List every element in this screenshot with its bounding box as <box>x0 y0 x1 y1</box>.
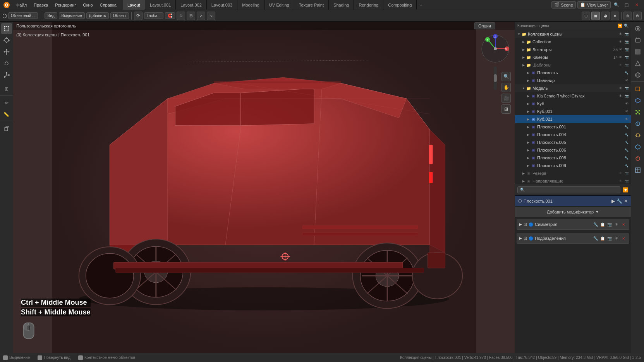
tab-add-button[interactable]: + <box>417 0 425 10</box>
outliner-row-plane001[interactable]: ▶ ▣ Плоскость.001 🔧 <box>515 123 631 131</box>
props-icon-viewlayer[interactable] <box>632 46 643 57</box>
props-icon-object[interactable] <box>632 84 643 94</box>
viewport[interactable]: Пользовательская ортогональ (0) Коллекци… <box>13 22 515 353</box>
expand-cube001[interactable]: ▶ <box>526 109 531 114</box>
eye-templates[interactable]: 👁 <box>618 62 623 68</box>
automerge-btn[interactable]: ↗ <box>197 12 205 20</box>
outliner-row-collection[interactable]: ▼ 📁 Коллекция сцены 👁 📷 <box>515 30 631 38</box>
cam-locators[interactable]: 📷 <box>624 47 629 52</box>
viewport-shading-material[interactable]: ◕ <box>601 12 610 20</box>
add-modifier-btn[interactable]: Добавить модификатор ▼ <box>515 207 631 217</box>
outliner-row-cylinder[interactable]: ▶ ▣ Цилиндр 👁 <box>515 77 631 84</box>
outliner-row-guides[interactable]: ▶ ▣ Направляющие 👁 📷 <box>515 177 631 184</box>
expand-plane006[interactable]: ▶ <box>526 148 531 152</box>
outliner-row-plane009[interactable]: ▶ ▣ Плоскость.009 🔧 <box>515 162 631 169</box>
nav-gizmo[interactable]: X Y Z <box>480 33 511 64</box>
outliner-row-plane[interactable]: ▶ ▣ Плоскость 🔧 <box>515 69 631 77</box>
eye-reserve[interactable]: 👁 <box>618 171 623 176</box>
props-icon-world[interactable] <box>632 70 643 80</box>
snap-element-btn[interactable]: ⊞ <box>187 12 195 20</box>
expand-plane004[interactable]: ▶ <box>526 132 531 137</box>
gizmo-btn[interactable]: ⊗ <box>633 12 642 20</box>
tool-add-cube[interactable] <box>1 123 12 134</box>
expand-cube[interactable]: ▶ <box>526 101 531 106</box>
props-search-input[interactable] <box>526 188 618 192</box>
mod-plane004[interactable]: 🔧 <box>624 132 629 137</box>
cam-cameras[interactable]: 📷 <box>624 55 629 60</box>
outliner-row-0[interactable]: ▶ 📁 Collection 👁 📷 <box>515 38 631 46</box>
mod-plane009[interactable]: 🔧 <box>624 163 629 168</box>
toggle-grid-btn[interactable]: ⊞ <box>501 104 511 114</box>
eye-kia[interactable]: 👁 <box>618 93 623 99</box>
props-close-icon[interactable]: ✕ <box>624 198 628 204</box>
mod2-btn-1[interactable]: 🔧 <box>592 235 599 241</box>
mod-enabled-subdiv[interactable]: ☑ <box>524 236 527 241</box>
transform-icon-1[interactable]: ⟳ <box>134 12 143 20</box>
tab-layout001[interactable]: Layout.001 <box>145 0 176 10</box>
expand-plane009[interactable]: ▶ <box>526 163 531 168</box>
props-icon-constraints[interactable] <box>632 130 643 141</box>
cam-kia[interactable]: 📷 <box>624 93 629 99</box>
mod2-btn-close[interactable]: ✕ <box>620 235 627 241</box>
props-icon-modifier[interactable] <box>632 95 643 106</box>
outliner-row-locators[interactable]: ▶ 📁 Локаторы 35 👁 📷 <box>515 46 631 53</box>
mod-btn-2[interactable]: 📋 <box>599 221 606 227</box>
mod-plane[interactable]: 🔧 <box>624 70 629 75</box>
mod2-btn-2[interactable]: 📋 <box>599 235 606 241</box>
camera-btn-collection[interactable]: 📷 <box>624 31 629 37</box>
curve-btn[interactable]: ∿ <box>207 12 215 20</box>
expand-0[interactable]: ▶ <box>521 39 526 44</box>
proportional-edit-btn[interactable]: ⊙ <box>177 12 185 20</box>
outliner-row-cube[interactable]: ▶ ▣ Куб 👁 <box>515 100 631 108</box>
tab-layout002[interactable]: Layout.002 <box>176 0 206 10</box>
expand-plane[interactable]: ▶ <box>526 70 531 75</box>
eye-cameras[interactable]: 👁 <box>618 55 623 60</box>
outliner-row-cameras[interactable]: ▶ 📁 Камеры 14 👁 📷 <box>515 53 631 61</box>
snap-btn[interactable]: 🧲 <box>165 12 175 19</box>
expand-cameras[interactable]: ▶ <box>521 55 526 60</box>
tool-cursor[interactable] <box>1 35 12 46</box>
eye-model[interactable]: 👁 <box>618 85 623 91</box>
outliner-row-model[interactable]: ▼ 📁 Модель 👁 📷 <box>515 84 631 92</box>
expand-reserve[interactable]: ▶ <box>521 171 526 176</box>
tab-layout003[interactable]: Layout.003 <box>207 0 237 10</box>
blender-logo[interactable] <box>2 1 11 9</box>
viewport-shading-render[interactable]: ● <box>611 12 619 20</box>
props-modifier-icon2[interactable]: 🔧 <box>617 198 622 204</box>
selection-menu[interactable]: Выделение <box>59 12 85 19</box>
outliner-row-cube001[interactable]: ▶ ▣ Куб.001 👁 <box>515 108 631 115</box>
mod-plane001[interactable]: 🔧 <box>624 124 629 130</box>
expand-collection[interactable]: ▼ <box>517 32 521 36</box>
expand-kia[interactable]: ▶ <box>526 94 531 98</box>
tab-layout[interactable]: Layout <box>123 0 145 10</box>
menu-file[interactable]: Файл <box>13 2 30 8</box>
view-menu[interactable]: Вид <box>45 12 57 19</box>
global-space-btn[interactable]: Глоба... <box>144 12 163 19</box>
search-button[interactable]: 🔍 <box>612 1 621 9</box>
mod-btn-close[interactable]: ✕ <box>620 221 627 227</box>
add-menu[interactable]: Добавить <box>86 12 109 19</box>
zoom-to-region-btn[interactable]: 🔍 <box>501 72 511 81</box>
expand-plane005[interactable]: ▶ <box>526 140 531 145</box>
mod-expand-symmetry[interactable]: ▶ <box>519 222 522 226</box>
viewport-shading-solid[interactable]: ◼ <box>591 12 600 20</box>
object-menu[interactable]: Объект <box>110 12 129 19</box>
mod-enabled-symmetry[interactable]: ☑ <box>524 222 527 227</box>
menu-render[interactable]: Рендеринг <box>52 2 79 8</box>
expand-model[interactable]: ▼ <box>521 86 526 90</box>
pan-view-btn[interactable]: ✋ <box>501 83 511 92</box>
viewport-shading-wire[interactable]: ◻ <box>582 12 590 20</box>
overlay-btn[interactable]: ⊕ <box>623 12 632 20</box>
eye-0[interactable]: 👁 <box>618 39 623 44</box>
eye-cube021[interactable]: 👁 <box>624 116 629 122</box>
eye-btn-collection[interactable]: 👁 <box>618 31 623 37</box>
eye-cube[interactable]: 👁 <box>624 101 629 106</box>
expand-cube021[interactable]: ▶ <box>526 117 531 121</box>
props-icon-particles[interactable] <box>632 107 643 118</box>
outliner-row-cube021[interactable]: ▶ ▣ Куб.021 👁 <box>515 115 631 123</box>
expand-templates[interactable]: ▶ <box>521 63 526 67</box>
outliner-row-templates[interactable]: ▶ 📁 Шаблоны 👁 📷 <box>515 61 631 69</box>
props-icon-output[interactable] <box>632 35 643 46</box>
expand-guides[interactable]: ▶ <box>521 179 526 183</box>
outliner-row-reserve[interactable]: ▶ ▣ Резерв 👁 📷 <box>515 169 631 177</box>
